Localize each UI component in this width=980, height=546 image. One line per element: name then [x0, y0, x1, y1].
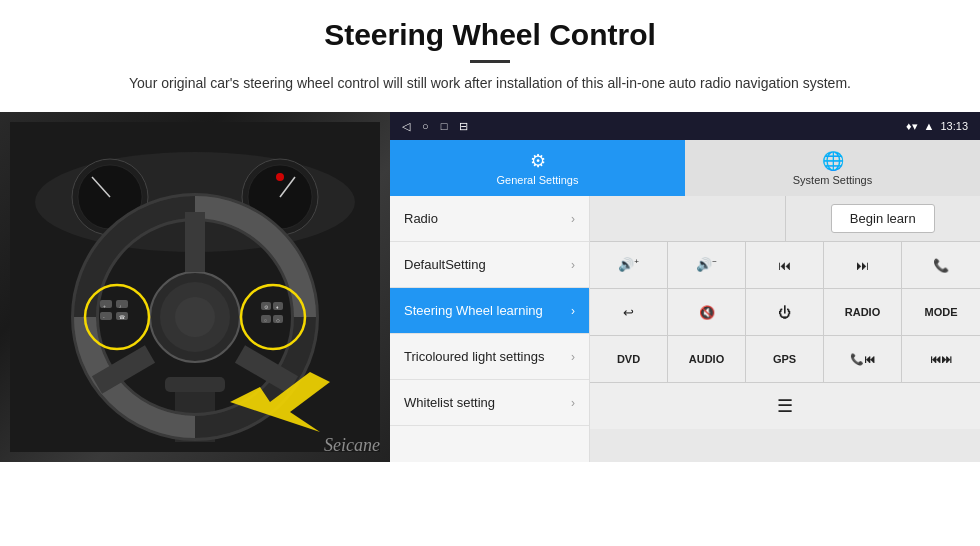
- label-grid: DVD AUDIO GPS 📞⏮ ⏮⏭: [590, 336, 980, 383]
- icon-vol-down[interactable]: 🔊−: [668, 242, 746, 288]
- steering-wheel-bg: + - ♪ ☎ ⚙ ♦ ○ ◇: [0, 112, 390, 462]
- page-title: Steering Wheel Control: [20, 18, 960, 52]
- power-icon: ⏻: [778, 305, 791, 320]
- statusbar-right: ♦▾ ▲ 13:13: [906, 120, 968, 133]
- menu-defaultsetting-label: DefaultSetting: [404, 257, 486, 272]
- label-dvd[interactable]: DVD: [590, 336, 668, 382]
- content-row-1: Begin learn: [590, 196, 980, 242]
- icon-vol-up[interactable]: 🔊+: [590, 242, 668, 288]
- vol-up-icon: 🔊+: [618, 257, 639, 272]
- menu-icon: ⊟: [459, 120, 468, 133]
- begin-learn-cell[interactable]: Begin learn: [786, 196, 981, 241]
- svg-text:○: ○: [264, 317, 267, 323]
- chevron-icon-tricoloured: ›: [571, 350, 575, 364]
- svg-rect-22: [116, 300, 128, 308]
- icon-power[interactable]: ⏻: [746, 289, 824, 335]
- menu-panel: Radio › DefaultSetting › Steering Wheel …: [390, 196, 590, 462]
- tab-system-label: System Settings: [793, 174, 872, 186]
- icon-mode[interactable]: MODE: [902, 289, 980, 335]
- label-gps[interactable]: GPS: [746, 336, 824, 382]
- menu-whitelist-label: Whitelist setting: [404, 395, 495, 410]
- tab-general[interactable]: ⚙ General Settings: [390, 140, 685, 196]
- back-icon: ◁: [402, 120, 410, 133]
- android-statusbar: ◁ ○ □ ⊟ ♦▾ ▲ 13:13: [390, 112, 980, 140]
- back-call-icon: ↩: [623, 305, 634, 320]
- android-body: Radio › DefaultSetting › Steering Wheel …: [390, 196, 980, 462]
- audio-label: AUDIO: [689, 353, 724, 365]
- chevron-icon-default: ›: [571, 258, 575, 272]
- icon-mute[interactable]: 🔇: [668, 289, 746, 335]
- mode-label: MODE: [925, 306, 958, 318]
- steering-wheel-svg: + - ♪ ☎ ⚙ ♦ ○ ◇: [10, 122, 380, 452]
- phone-prev-icon: 📞⏮: [850, 353, 875, 366]
- tab-general-label: General Settings: [497, 174, 579, 186]
- label-prev-next[interactable]: ⏮⏭: [902, 336, 980, 382]
- svg-point-15: [175, 297, 215, 337]
- radio-empty-cell: [590, 196, 786, 241]
- icon-next-track[interactable]: ⏭: [824, 242, 902, 288]
- svg-rect-21: [100, 312, 112, 320]
- icon-radio-btn[interactable]: RADIO: [824, 289, 902, 335]
- recents-icon: □: [441, 120, 448, 132]
- label-audio[interactable]: AUDIO: [668, 336, 746, 382]
- icon-grid-row2: ↩ 🔇 ⏻ RADIO MODE: [590, 289, 980, 336]
- statusbar-left: ◁ ○ □ ⊟: [402, 120, 468, 133]
- svg-rect-20: [100, 300, 112, 308]
- icon-phone[interactable]: 📞: [902, 242, 980, 288]
- page-header: Steering Wheel Control Your original car…: [0, 0, 980, 104]
- menu-item-tricoloured[interactable]: Tricoloured light settings ›: [390, 334, 589, 380]
- menu-tricoloured-label: Tricoloured light settings: [404, 349, 544, 364]
- signal-icon: ▲: [924, 120, 935, 132]
- svg-text:♦: ♦: [276, 304, 279, 310]
- tab-system[interactable]: 🌐 System Settings: [685, 140, 980, 196]
- bottom-row: ☰: [590, 383, 980, 429]
- prev-track-icon: ⏮: [778, 258, 791, 273]
- car-image-area: + - ♪ ☎ ⚙ ♦ ○ ◇ Seicane: [0, 112, 390, 462]
- menu-item-radio[interactable]: Radio ›: [390, 196, 589, 242]
- menu-item-whitelist[interactable]: Whitelist setting ›: [390, 380, 589, 426]
- phone-icon: 📞: [933, 258, 949, 273]
- mute-icon: 🔇: [699, 305, 715, 320]
- svg-text:+: +: [103, 303, 106, 309]
- wifi-icon: ♦▾: [906, 120, 918, 133]
- menu-steering-label: Steering Wheel learning: [404, 303, 543, 318]
- svg-text:◇: ◇: [276, 317, 280, 323]
- main-content: + - ♪ ☎ ⚙ ♦ ○ ◇ Seicane: [0, 112, 980, 462]
- svg-rect-10: [165, 377, 225, 392]
- begin-learn-button[interactable]: Begin learn: [831, 204, 935, 233]
- icon-grid-row1: 🔊+ 🔊− ⏮ ⏭ 📞: [590, 242, 980, 289]
- menu-radio-label: Radio: [404, 211, 438, 226]
- svg-point-7: [276, 173, 284, 181]
- menu-item-defaultsetting[interactable]: DefaultSetting ›: [390, 242, 589, 288]
- chevron-icon-radio: ›: [571, 212, 575, 226]
- vol-down-icon: 🔊−: [696, 257, 717, 272]
- watermark: Seicane: [324, 435, 380, 456]
- system-settings-icon: 🌐: [822, 150, 844, 172]
- title-divider: [470, 60, 510, 63]
- svg-text:☎: ☎: [119, 314, 125, 320]
- page-subtitle: Your original car's steering wheel contr…: [90, 73, 890, 94]
- list-icon: ☰: [777, 395, 793, 417]
- prev-next-icon: ⏮⏭: [930, 353, 952, 365]
- bottom-list-icon[interactable]: ☰: [590, 383, 980, 429]
- android-tabs: ⚙ General Settings 🌐 System Settings: [390, 140, 980, 196]
- icon-prev-track[interactable]: ⏮: [746, 242, 824, 288]
- label-phone-prev[interactable]: 📞⏮: [824, 336, 902, 382]
- next-track-icon: ⏭: [856, 258, 869, 273]
- chevron-icon-whitelist: ›: [571, 396, 575, 410]
- clock: 13:13: [940, 120, 968, 132]
- android-ui: ◁ ○ □ ⊟ ♦▾ ▲ 13:13 ⚙ General Settings 🌐 …: [390, 112, 980, 462]
- general-settings-icon: ⚙: [530, 150, 546, 172]
- gps-label: GPS: [773, 353, 796, 365]
- content-panel: Begin learn 🔊+ 🔊− ⏮ ⏭: [590, 196, 980, 462]
- radio-btn-label: RADIO: [845, 306, 880, 318]
- menu-item-steering[interactable]: Steering Wheel learning ›: [390, 288, 589, 334]
- icon-back-call[interactable]: ↩: [590, 289, 668, 335]
- chevron-icon-steering: ›: [571, 304, 575, 318]
- home-icon: ○: [422, 120, 429, 132]
- dvd-label: DVD: [617, 353, 640, 365]
